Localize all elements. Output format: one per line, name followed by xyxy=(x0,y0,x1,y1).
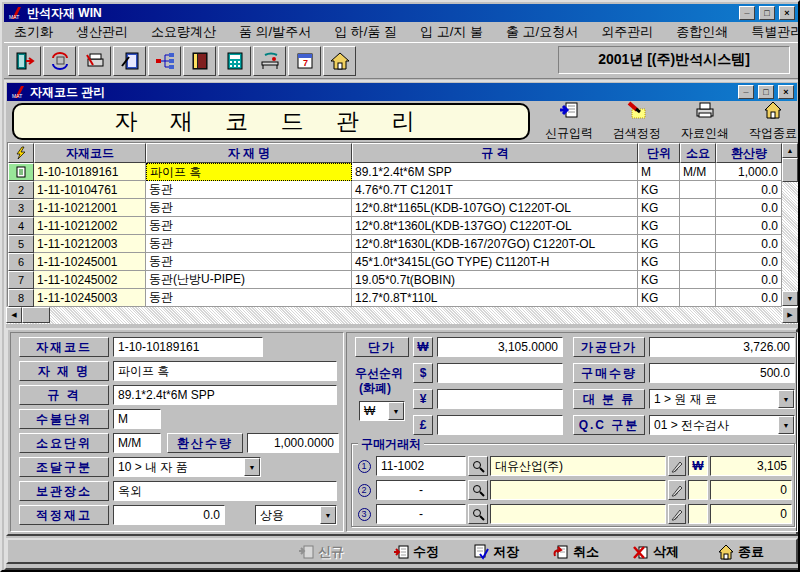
cell-spec[interactable]: 12.7*0.8T*110L xyxy=(352,289,638,307)
category-select[interactable]: 1 > 원 재 료 ▼ xyxy=(649,389,795,409)
new-button[interactable]: 신규 xyxy=(298,543,344,561)
qc-select[interactable]: 01 > 전수검사 ▼ xyxy=(649,415,795,435)
cell-spec[interactable]: 12*0.8t*1630L(KDB-167/207GO) C1220T-OL xyxy=(352,235,638,253)
chevron-down-icon[interactable]: ▼ xyxy=(388,402,404,420)
delete-button[interactable]: 삭제 xyxy=(633,543,679,561)
scroll-left-icon[interactable]: ◀ xyxy=(6,307,22,323)
menu-print[interactable]: 종합인쇄 xyxy=(676,23,728,41)
cell-conv[interactable]: 0.0 xyxy=(716,217,782,235)
header-unit[interactable]: 단위 xyxy=(638,143,680,163)
cell-spec[interactable]: 19.05*0.7t(BOBIN) xyxy=(352,271,638,289)
stock-field[interactable]: 0.0 xyxy=(113,505,225,525)
minimize-button[interactable]: _ xyxy=(739,6,755,20)
row-number[interactable]: 4 xyxy=(8,217,34,235)
priority-currency-select[interactable]: ₩ ▼ xyxy=(359,401,405,421)
conv-qty-field[interactable]: 1,000.0000 xyxy=(247,433,339,453)
cell-unit[interactable]: KG xyxy=(638,271,680,289)
table-row[interactable]: 7 1-11-10245002 동관(난방U-PIPE) 19.05*0.7t(… xyxy=(8,271,798,289)
cell-name[interactable]: 동관 xyxy=(146,253,352,271)
menu-receipt-payment[interactable]: 입 고/지 불 xyxy=(420,23,483,41)
vendor1-search-button[interactable] xyxy=(468,456,488,476)
cell-unit[interactable]: KG xyxy=(638,253,680,271)
tools-button[interactable] xyxy=(253,46,286,76)
table-row[interactable]: 5 1-11-10212003 동관 12*0.8t*1630L(KDB-167… xyxy=(8,235,798,253)
header-spec[interactable]: 규 격 xyxy=(352,143,638,163)
row-number[interactable]: 3 xyxy=(8,199,34,217)
cell-conv[interactable]: 1,000.0 xyxy=(716,163,782,181)
print-button[interactable] xyxy=(78,46,111,76)
vendor1-code-field[interactable]: 11-1002 xyxy=(376,456,466,476)
chevron-down-icon[interactable]: ▼ xyxy=(320,506,336,524)
header-req[interactable]: 소요 xyxy=(680,143,716,163)
cell-conv[interactable]: 0.0 xyxy=(716,253,782,271)
menu-requirement[interactable]: 소요량계산 xyxy=(151,23,216,41)
vendor2-code-field[interactable]: - xyxy=(376,480,466,500)
vendor2-name-field[interactable] xyxy=(490,480,666,500)
cell-name-selected[interactable]: 파이프 흑 xyxy=(146,163,352,181)
table-row[interactable]: 1-10-10189161 파이프 흑 89.1*2.4t*6M SPP M M… xyxy=(8,163,798,181)
cell-name[interactable]: 동관 xyxy=(146,289,352,307)
exit-button[interactable] xyxy=(8,46,41,76)
lightning-icon[interactable] xyxy=(8,143,34,163)
menu-production[interactable]: 생산관리 xyxy=(76,23,128,41)
cell-req[interactable] xyxy=(680,235,716,253)
cell-spec[interactable]: 89.1*2.4t*6M SPP xyxy=(352,163,638,181)
print-data-button[interactable]: 자료인쇄 xyxy=(674,101,736,142)
cell-name[interactable]: 동관 xyxy=(146,217,352,235)
cell-name[interactable]: 동관 xyxy=(146,181,352,199)
horizontal-scroll-thumb[interactable] xyxy=(22,307,50,323)
home-button[interactable] xyxy=(323,46,356,76)
cell-conv[interactable]: 0.0 xyxy=(716,289,782,307)
proc-price-field[interactable]: 3,726.00 xyxy=(649,337,795,357)
purchase-qty-field[interactable]: 500.0 xyxy=(649,363,795,383)
req-unit-field[interactable]: M/M xyxy=(113,433,161,453)
price-yen-field[interactable] xyxy=(437,389,563,409)
cell-code[interactable]: 1-11-10212003 xyxy=(34,235,146,253)
vendor2-memo-button[interactable] xyxy=(668,480,686,500)
cell-req[interactable]: M/M xyxy=(680,163,716,181)
cell-code[interactable]: 1-11-10245002 xyxy=(34,271,146,289)
horizontal-scrollbar[interactable]: ◀ ▶ xyxy=(6,307,798,324)
cell-req[interactable] xyxy=(680,181,716,199)
cell-name[interactable]: 동관 xyxy=(146,199,352,217)
cell-spec[interactable]: 4.76*0.7T C1201T xyxy=(352,181,638,199)
menu-shipping-request[interactable]: 출 고/요청서 xyxy=(506,23,578,41)
cell-conv[interactable]: 0.0 xyxy=(716,181,782,199)
table-row[interactable]: 8 1-11-10245003 동관 12.7*0.8T*110L KG 0.0 xyxy=(8,289,798,307)
procure-select[interactable]: 10 > 내 자 품 ▼ xyxy=(113,457,261,477)
chevron-down-icon[interactable]: ▼ xyxy=(778,416,794,434)
cell-req[interactable] xyxy=(680,253,716,271)
close-button[interactable]: × xyxy=(779,6,795,20)
scroll-right-icon[interactable]: ▶ xyxy=(782,307,798,323)
cell-code[interactable]: 1-11-10212001 xyxy=(34,199,146,217)
vendor1-name-field[interactable]: 대유산업(주) xyxy=(490,456,666,476)
scroll-up-icon[interactable]: ▲ xyxy=(782,143,798,158)
cell-code[interactable]: 1-11-10245003 xyxy=(34,289,146,307)
cell-code[interactable]: 1-11-10212002 xyxy=(34,217,146,235)
cell-unit[interactable]: M xyxy=(638,163,680,181)
menu-receiving-quality[interactable]: 입 하/품 질 xyxy=(334,23,397,41)
cell-unit[interactable]: KG xyxy=(638,199,680,217)
unit-field[interactable]: M xyxy=(113,409,161,429)
vertical-scroll-thumb[interactable] xyxy=(782,158,798,182)
table-row[interactable]: 4 1-11-10212002 동관 12*0.8t*1360L(KDB-137… xyxy=(8,217,798,235)
edit-button[interactable]: 수정 xyxy=(393,543,439,561)
cell-code[interactable]: 1-11-10104761 xyxy=(34,181,146,199)
menu-outsourcing[interactable]: 외주관리 xyxy=(601,23,653,41)
search-edit-button[interactable]: 검색정정 xyxy=(606,101,668,142)
storage-field[interactable]: 옥외 xyxy=(113,481,337,501)
header-code[interactable]: 자재코드 xyxy=(34,143,146,163)
cell-name[interactable]: 동관 xyxy=(146,235,352,253)
material-name-field[interactable]: 파이프 흑 xyxy=(113,361,337,381)
cell-code[interactable]: 1-10-10189161 xyxy=(34,163,146,181)
cell-req[interactable] xyxy=(680,217,716,235)
close-work-button[interactable]: 종료 xyxy=(718,543,764,561)
chevron-down-icon[interactable]: ▼ xyxy=(778,390,794,408)
child-maximize-button[interactable]: □ xyxy=(758,85,774,99)
vendor2-price-field[interactable]: 0 xyxy=(710,480,792,500)
search-book-button[interactable] xyxy=(113,46,146,76)
vertical-scrollbar[interactable]: ▲ ▼ xyxy=(782,143,798,306)
row-number[interactable]: 6 xyxy=(8,253,34,271)
menu-special[interactable]: 특별관리 xyxy=(751,23,800,41)
cell-unit[interactable]: KG xyxy=(638,289,680,307)
